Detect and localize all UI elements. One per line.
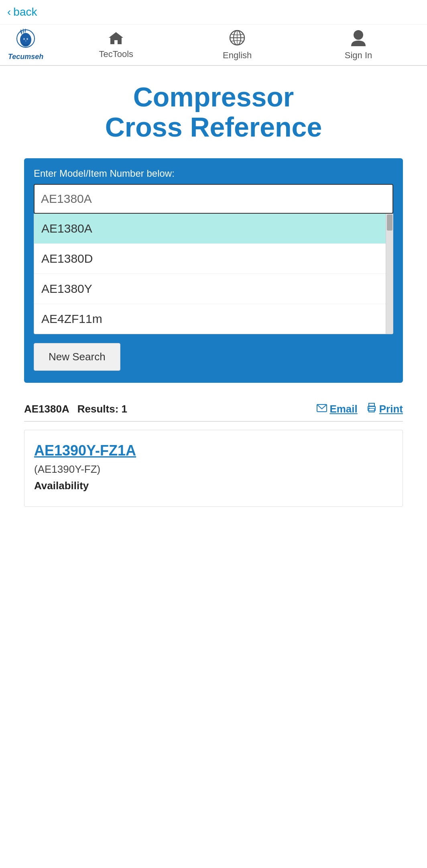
english-nav-item[interactable]: English — [177, 29, 298, 61]
sign-in-nav-item[interactable]: Sign In — [298, 29, 419, 61]
english-label: English — [223, 50, 252, 61]
back-label: back — [13, 6, 37, 18]
dropdown-scrollable: AE1380A AE1380D AE1380Y AE4ZF11m — [34, 214, 386, 334]
results-actions: Email Print — [317, 403, 403, 415]
results-count: Results: 1 — [77, 403, 127, 415]
main-content: Compressor Cross Reference Enter Model/I… — [0, 66, 427, 519]
result-card: AE1390Y-FZ1A (AE1390Y-FZ) Availability — [24, 430, 403, 507]
svg-point-14 — [368, 408, 370, 409]
search-box: Enter Model/Item Number below: AE1380A A… — [24, 158, 403, 383]
search-input-wrapper — [34, 184, 393, 214]
back-bar: ‹ back — [0, 0, 427, 25]
email-icon — [317, 403, 327, 415]
search-input[interactable] — [34, 184, 393, 214]
page-title: Compressor Cross Reference — [24, 82, 403, 142]
search-label: Enter Model/Item Number below: — [34, 168, 393, 179]
svg-marker-4 — [109, 32, 123, 44]
email-label: Email — [329, 403, 357, 415]
dropdown-item[interactable]: AE1380Y — [34, 274, 386, 304]
results-query: AE1380A — [24, 403, 69, 415]
result-availability: Availability — [34, 480, 393, 492]
sign-in-label: Sign In — [345, 50, 372, 61]
result-subtitle: (AE1390Y-FZ) — [34, 463, 393, 476]
email-link[interactable]: Email — [317, 403, 357, 415]
new-search-button[interactable]: New Search — [34, 343, 120, 371]
tec-tools-nav-item[interactable]: TecTools — [55, 31, 177, 59]
svg-point-3 — [26, 38, 28, 40]
tecumseh-logo-image — [10, 29, 42, 52]
result-model-link[interactable]: AE1390Y-FZ1A — [34, 442, 136, 459]
scrollbar-thumb[interactable] — [387, 214, 392, 231]
svg-point-1 — [20, 33, 31, 47]
dropdown-item[interactable]: AE4ZF11m — [34, 304, 386, 334]
dropdown-list: AE1380A AE1380D AE1380Y AE4ZF11m — [34, 214, 393, 334]
nav-bar: Tecumseh TecTools English — [0, 25, 427, 66]
home-icon — [108, 31, 124, 47]
print-icon — [366, 403, 377, 415]
tec-tools-label: TecTools — [99, 49, 134, 59]
person-icon — [350, 29, 366, 49]
dropdown-item[interactable]: AE1380A — [34, 214, 386, 244]
svg-point-2 — [23, 38, 25, 40]
logo[interactable]: Tecumseh — [8, 29, 43, 61]
logo-text: Tecumseh — [8, 53, 43, 61]
back-chevron-icon: ‹ — [7, 6, 11, 18]
print-label: Print — [379, 403, 403, 415]
scrollbar-track[interactable] — [386, 214, 393, 334]
results-header: AE1380A Results: 1 Email — [24, 395, 403, 422]
back-link[interactable]: ‹ back — [7, 6, 37, 18]
globe-icon — [229, 29, 246, 49]
dropdown-item[interactable]: AE1380D — [34, 244, 386, 274]
svg-rect-13 — [369, 408, 374, 412]
print-link[interactable]: Print — [366, 403, 403, 415]
svg-point-9 — [354, 30, 363, 40]
